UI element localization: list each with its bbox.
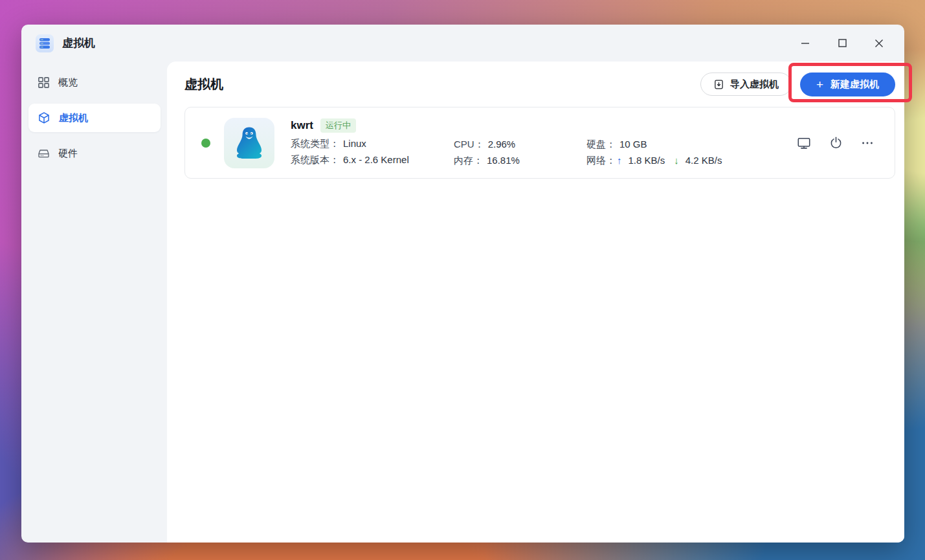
sidebar-item-label: 概览 [58,76,78,89]
net-down-value: 4.2 KB/s [685,155,722,166]
window-title: 虚拟机 [62,36,95,50]
minimize-icon [801,39,810,48]
minimize-button[interactable] [790,32,820,55]
import-file-icon [713,79,724,90]
close-button[interactable] [864,32,894,55]
vm-mem-row: 内存：16.81% [454,152,586,168]
new-vm-label: 新建虚拟机 [830,78,879,91]
net-label: 网络： [586,155,616,166]
vm-cpu-mem-stats: CPU：2.96% 内存：16.81% [454,117,586,168]
net-up-value: 1.8 KB/s [629,155,665,166]
vm-info: kwrt 运行中 系统类型：Linux 系统版本：6.x - 2.6 Kerne… [291,118,454,168]
main-header: 虚拟机 导入虚拟机 + 新建虚拟机 [184,71,895,98]
vm-network-row: 网络：↑1.8 KB/s↓4.2 KB/s [586,152,797,168]
close-icon [875,39,884,48]
vm-manager-window: 虚拟机 [21,25,904,543]
mem-label: 内存： [454,155,483,166]
more-button[interactable] [860,136,875,150]
vm-os-type-row: 系统类型：Linux [291,135,454,151]
drive-icon [38,148,50,160]
cpu-value: 2.96% [488,139,516,150]
vm-status-badge: 运行中 [320,118,356,133]
linux-tux-icon [230,124,268,162]
vm-disk-net-stats: 硬盘：10 GB 网络：↑1.8 KB/s↓4.2 KB/s [586,117,797,168]
disk-value: 10 GB [619,139,647,150]
vm-row-kwrt[interactable]: kwrt 运行中 系统类型：Linux 系统版本：6.x - 2.6 Kerne… [184,107,895,179]
import-vm-label: 导入虚拟机 [730,78,779,91]
vm-disk-row: 硬盘：10 GB [586,136,797,152]
plus-icon: + [816,78,823,91]
sidebar-item-hardware[interactable]: 硬件 [28,139,161,168]
os-type-value: Linux [343,138,366,149]
download-arrow-icon: ↓ [674,155,679,166]
main-panel: 虚拟机 导入虚拟机 + 新建虚拟机 [167,62,904,543]
grid-icon [38,76,50,89]
os-type-label: 系统类型： [291,138,339,149]
app-logo-icon [36,34,54,52]
disk-label: 硬盘： [586,139,616,150]
vm-name: kwrt [291,119,313,132]
vm-actions [797,136,895,150]
new-vm-button[interactable]: + 新建虚拟机 [800,73,895,96]
maximize-button[interactable] [827,32,857,55]
status-dot-running [201,139,210,148]
vm-cpu-row: CPU：2.96% [454,136,586,152]
titlebar: 虚拟机 [21,25,904,62]
vm-os-version-row: 系统版本：6.x - 2.6 Kernel [291,151,454,168]
sidebar-item-label: 硬件 [58,148,78,160]
import-vm-button[interactable]: 导入虚拟机 [700,73,792,96]
power-icon [829,136,843,150]
header-actions: 导入虚拟机 + 新建虚拟机 [700,73,895,96]
sidebar-item-overview[interactable]: 概览 [28,68,161,96]
monitor-icon [797,136,811,150]
window-controls [783,32,894,55]
maximize-icon [838,39,847,47]
os-version-value: 6.x - 2.6 Kernel [343,154,409,165]
sidebar: 概览 虚拟机 硬件 [21,62,167,543]
vm-os-avatar [224,118,274,168]
page-title: 虚拟机 [184,76,223,93]
os-version-label: 系统版本： [291,154,339,165]
cpu-label: CPU： [454,139,484,150]
mem-value: 16.81% [487,155,520,166]
power-button[interactable] [829,136,843,150]
sidebar-item-vm[interactable]: 虚拟机 [28,104,161,132]
sidebar-item-label: 虚拟机 [59,112,88,124]
console-button[interactable] [797,136,811,150]
cube-icon [38,111,50,124]
upload-arrow-icon: ↑ [617,155,622,166]
ellipsis-icon [860,136,875,150]
